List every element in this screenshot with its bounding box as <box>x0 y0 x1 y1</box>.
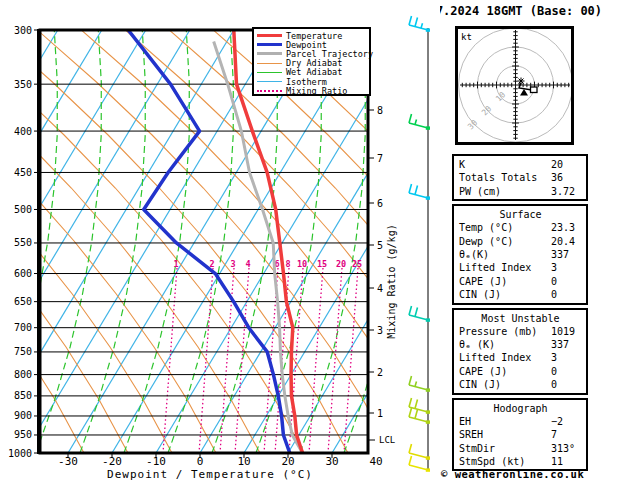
stats-row-value: −2 <box>551 415 582 428</box>
legend-line-swatch <box>257 43 282 46</box>
legend-line-swatch <box>257 63 282 64</box>
stats-row-value: 20 <box>551 158 582 171</box>
lcl-label: LCL <box>379 435 395 445</box>
svg-text:1000: 1000 <box>8 448 32 459</box>
stats-row-value: 1019 <box>551 325 582 338</box>
svg-text:0: 0 <box>197 455 204 468</box>
svg-text:400: 400 <box>14 126 32 137</box>
mixing-ratio-label: 20 <box>336 259 346 269</box>
stats-row-label: CIN (J) <box>459 378 551 391</box>
legend-line-swatch <box>257 34 282 37</box>
legend-line-swatch <box>257 72 282 73</box>
stats-group-title: Surface <box>459 208 582 221</box>
svg-text:40: 40 <box>369 455 382 468</box>
mixing-ratio-label: 10 <box>297 259 307 269</box>
svg-text:800: 800 <box>14 369 32 380</box>
mixing-ratio-label: 25 <box>352 259 362 269</box>
svg-text:-10: -10 <box>146 455 166 468</box>
hodograph-unit: kt <box>461 32 472 42</box>
svg-text:6: 6 <box>377 198 383 209</box>
svg-text:350: 350 <box>14 79 32 90</box>
svg-text:550: 550 <box>14 237 32 248</box>
svg-text:-20: -20 <box>102 455 122 468</box>
stats-row-label: EH <box>459 415 551 428</box>
stats-row: K20 <box>459 158 582 171</box>
stats-row-value: 7 <box>551 428 582 441</box>
stats-row-value: 0 <box>551 378 582 391</box>
mixing-ratio-label: 15 <box>317 259 327 269</box>
stats-row: Totals Totals36 <box>459 171 582 184</box>
svg-text:3: 3 <box>377 325 383 336</box>
svg-text:650: 650 <box>14 296 32 307</box>
stats-row-value: 0 <box>551 288 582 301</box>
stats-group: SurfaceTemp (°C)23.3Dewp (°C)20.4θₑ(K)33… <box>452 204 588 304</box>
svg-text:950: 950 <box>14 429 32 440</box>
svg-text:750: 750 <box>14 346 32 357</box>
stats-row: CAPE (J)0 <box>459 365 582 378</box>
stats-row: SREH7 <box>459 428 582 441</box>
stats-row-label: CIN (J) <box>459 288 551 301</box>
mixing-ratio-label: 8 <box>285 259 290 269</box>
stats-row: Lifted Index3 <box>459 261 582 274</box>
sounding-screenshot: hPa 32°38'N 343°54'W 1m ASL km ASL 15.07… <box>0 0 629 486</box>
stats-row-value: 337 <box>551 338 582 351</box>
stats-row-label: Lifted Index <box>459 351 551 364</box>
stats-row-value: 337 <box>551 248 582 261</box>
svg-text:600: 600 <box>14 268 32 279</box>
stats-row: StmSpd (kt)11 <box>459 455 582 468</box>
svg-text:-30: -30 <box>58 455 78 468</box>
stats-group-title: Most Unstable <box>459 312 582 325</box>
legend: TemperatureDewpointParcel TrajectoryDry … <box>252 27 371 96</box>
svg-text:30: 30 <box>325 455 338 468</box>
svg-text:2: 2 <box>377 367 383 378</box>
storm-motion-marker <box>531 87 538 93</box>
svg-text:1: 1 <box>377 408 383 419</box>
legend-line-swatch <box>257 90 282 92</box>
svg-text:700: 700 <box>14 322 32 333</box>
stats-row-value: 20.4 <box>551 235 582 248</box>
stats-row-value: 0 <box>551 365 582 378</box>
stats-row: StmDir313° <box>459 442 582 455</box>
stats-row: Temp (°C)23.3 <box>459 221 582 234</box>
stats-row-value: 23.3 <box>551 221 582 234</box>
stats-row: CIN (J)0 <box>459 378 582 391</box>
legend-item: Mixing Ratio <box>257 86 369 95</box>
svg-text:20: 20 <box>281 455 294 468</box>
copyright: © weatheronline.co.uk <box>441 468 584 480</box>
stats-row-label: Lifted Index <box>459 261 551 274</box>
stats-row: PW (cm)3.72 <box>459 185 582 198</box>
stats-row: CAPE (J)0 <box>459 275 582 288</box>
stats-row-label: CAPE (J) <box>459 275 551 288</box>
stats-row-label: CAPE (J) <box>459 365 551 378</box>
legend-item-label: Mixing Ratio <box>286 86 347 96</box>
svg-text:900: 900 <box>14 410 32 421</box>
svg-text:300: 300 <box>14 25 32 36</box>
hodograph: kt102030 <box>455 26 576 147</box>
stats-row-value: 0 <box>551 275 582 288</box>
stats-row-label: Totals Totals <box>459 171 551 184</box>
svg-text:10: 10 <box>237 455 250 468</box>
stats-row-label: Pressure (mb) <box>459 325 551 338</box>
stats-group: K20Totals Totals36PW (cm)3.72 <box>452 154 588 201</box>
stats-table: K20Totals Totals36PW (cm)3.72SurfaceTemp… <box>452 154 588 474</box>
mixing-ratio-label: 3 <box>230 259 235 269</box>
stats-row-value: 36 <box>551 171 582 184</box>
svg-text:7: 7 <box>377 153 383 164</box>
stats-row-label: PW (cm) <box>459 185 551 198</box>
stats-group-title: Hodograph <box>459 402 582 415</box>
stats-row-label: K <box>459 158 551 171</box>
stats-row: θₑ(K)337 <box>459 248 582 261</box>
stats-row-label: θₑ (K) <box>459 338 551 351</box>
mixing-ratio-label: 4 <box>245 259 250 269</box>
svg-text:8: 8 <box>377 105 383 116</box>
stats-row: Lifted Index3 <box>459 351 582 364</box>
skewt-chart: 1234681015202530035040045050055060065070… <box>0 0 440 486</box>
stats-row-value: 3.72 <box>551 185 582 198</box>
svg-text:850: 850 <box>14 390 32 401</box>
stats-row-label: θₑ(K) <box>459 248 551 261</box>
stats-row-label: SREH <box>459 428 551 441</box>
stats-row-label: StmDir <box>459 442 551 455</box>
legend-line-swatch <box>257 81 282 82</box>
stats-row-value: 3 <box>551 351 582 364</box>
svg-text:500: 500 <box>14 204 32 215</box>
